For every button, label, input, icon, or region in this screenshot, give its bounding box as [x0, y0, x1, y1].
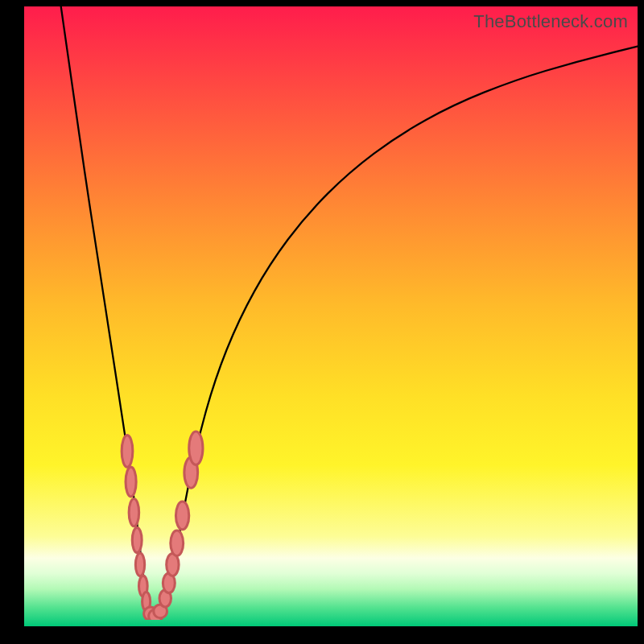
curve-marker — [135, 553, 144, 576]
curve-marker — [171, 530, 184, 555]
curve-marker — [175, 502, 188, 530]
plot-area: TheBottleneck.com — [24, 6, 638, 626]
curve-marker — [122, 436, 133, 468]
bottleneck-curve — [61, 6, 638, 616]
curve-markers — [122, 431, 203, 620]
curve-marker — [132, 527, 142, 552]
curve-marker — [126, 467, 136, 497]
chart-frame: TheBottleneck.com — [0, 0, 644, 644]
curve-marker — [189, 431, 203, 464]
curve-marker — [129, 499, 138, 526]
curve-layer — [24, 6, 638, 620]
